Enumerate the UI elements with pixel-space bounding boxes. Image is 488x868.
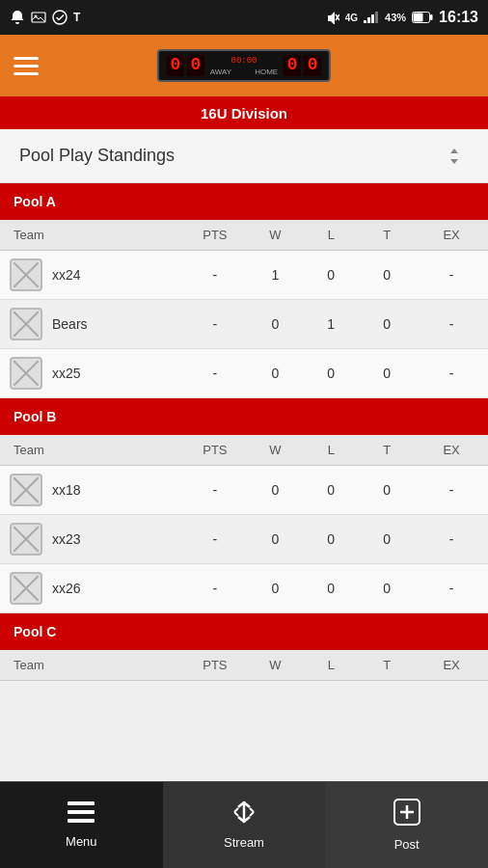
col-t-b: T [359,435,415,466]
signal-icon [364,12,379,23]
l-xx24: 0 [303,251,359,300]
pts-xx26: - [182,564,247,613]
l-xx25: 0 [303,349,359,398]
col-team-b: Team [0,435,182,466]
t-xx25: 0 [359,349,415,398]
content-scroll[interactable]: Pool Play Standings Pool A Team PTS W L [0,129,488,781]
table-row: xx26 - 0 0 0 - [0,564,488,613]
scoreboard: 0 0 00:00 AWAY HOME 0 0 [157,49,331,82]
svg-rect-13 [68,810,95,814]
col-ex-b: EX [415,435,488,466]
col-w-b: W [247,435,303,466]
l-bears: 1 [303,300,359,349]
col-t-c: T [359,650,415,681]
l-xx26: 0 [303,564,359,613]
pool-b-header: Pool B [0,398,488,435]
pool-c-header: Pool C [0,613,488,650]
pool-b-header-row: Team PTS W L T EX [0,435,488,466]
ex-xx25: - [415,349,488,398]
l-xx23: 0 [303,515,359,564]
t-xx24: 0 [359,251,415,300]
table-row: xx18 - 0 0 0 - [0,466,488,515]
stream-icon [230,800,258,829]
svg-rect-7 [371,14,374,23]
svg-rect-5 [364,20,366,23]
team-name-xx25: xx25 [52,366,81,381]
w-xx18: 0 [247,466,303,515]
col-team-c: Team [0,650,182,681]
status-time: 16:13 [439,9,478,26]
nav-stream[interactable]: Stream [163,782,326,868]
away-score: 0 0 [167,55,204,76]
team-icon-xx23 [10,523,42,556]
col-t-a: T [359,220,415,251]
status-icons-right: 4G 43% 16:13 [326,9,478,26]
mute-icon [326,11,339,24]
menu-icon [68,801,95,828]
col-l-a: L [303,220,359,251]
hamburger-button[interactable] [14,57,39,75]
w-bears: 0 [247,300,303,349]
sort-icon[interactable] [440,142,469,171]
division-bar: 16U Division [0,96,488,129]
table-row: xx24 - 1 0 0 - [0,251,488,300]
w-xx24: 1 [247,251,303,300]
battery-icon [412,12,433,23]
nav-stream-label: Stream [224,835,264,850]
ex-xx26: - [415,564,488,613]
team-name-xx23: xx23 [52,531,81,547]
table-row: xx23 - 0 0 0 - [0,515,488,564]
pts-xx24: - [182,251,247,300]
col-team-a: Team [0,220,182,251]
t-bears: 0 [359,300,415,349]
w-xx25: 0 [247,349,303,398]
pool-a-header: Pool A [0,183,488,220]
nav-menu-label: Menu [66,834,97,849]
col-pts-a: PTS [182,220,247,251]
team-icon-xx24 [10,258,42,291]
w-xx23: 0 [247,515,303,564]
t-xx26: 0 [359,564,415,613]
col-l-b: L [303,435,359,466]
home-score: 0 0 [284,55,321,76]
svg-rect-8 [375,12,378,23]
t-xx18: 0 [359,466,415,515]
w-xx26: 0 [247,564,303,613]
home-label: HOME [255,68,278,76]
col-w-c: W [247,650,303,681]
carrier-icon: T [73,11,80,24]
photo-icon [31,10,46,25]
status-bar: T 4G 43% 16:13 [0,0,488,35]
pool-b-table-wrapper: Team PTS W L T EX xx18 - [0,435,488,613]
check-icon [52,10,68,25]
ex-xx24: - [415,251,488,300]
team-icon-bears [10,308,42,340]
pts-xx23: - [182,515,247,564]
team-name-xx26: xx26 [52,581,81,596]
pool-b-label: Pool B [14,409,56,424]
team-name-bears: Bears [52,316,88,332]
col-ex-c: EX [415,650,488,681]
team-icon-xx18 [10,474,42,506]
nav-post[interactable]: Post [325,782,488,868]
table-row: xx25 - 0 0 0 - [0,349,488,398]
post-icon [393,799,420,831]
nav-menu[interactable]: Menu [0,782,163,868]
pool-a-header-row: Team PTS W L T EX [0,220,488,251]
team-icon-xx26 [10,572,42,605]
ex-xx18: - [415,466,488,515]
svg-rect-12 [68,801,95,805]
pts-xx25: - [182,349,247,398]
page-title: Pool Play Standings [19,146,175,166]
col-w-a: W [247,220,303,251]
pool-c-label: Pool C [14,624,56,639]
table-row: Bears - 0 1 0 - [0,300,488,349]
network-icon: 4G [345,13,358,23]
pool-c-table-wrapper: Team PTS W L T EX [0,650,488,681]
col-pts-b: PTS [182,435,247,466]
col-l-c: L [303,650,359,681]
pool-c-header-row: Team PTS W L T EX [0,650,488,681]
pts-xx18: - [182,466,247,515]
pts-bears: - [182,300,247,349]
pool-b-table: Team PTS W L T EX xx18 - [0,435,488,613]
